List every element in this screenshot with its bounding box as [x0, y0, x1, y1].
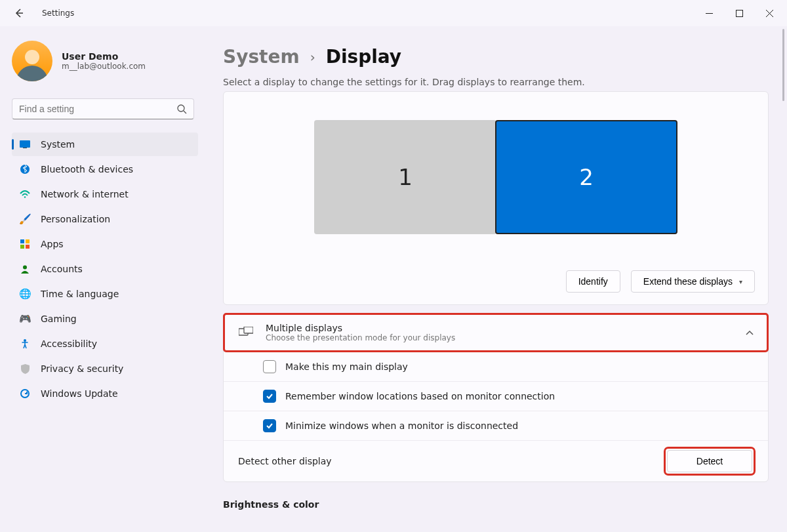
row-label: Make this my main display	[285, 361, 754, 372]
search-icon	[176, 104, 187, 114]
sidebar-item-windows-update[interactable]: Windows Update	[12, 382, 198, 405]
user-block[interactable]: User Demo m__lab@outlook.com	[12, 41, 198, 81]
scrollbar-thumb[interactable]	[782, 29, 784, 101]
main-content: System › Display Select a display to cha…	[203, 26, 787, 532]
row-main-display[interactable]: Make this my main display	[224, 352, 768, 381]
multi-display-icon	[238, 325, 254, 340]
minimize-icon	[706, 10, 713, 17]
sidebar-item-system[interactable]: System	[12, 133, 198, 156]
sidebar-item-label: Privacy & security	[41, 363, 123, 374]
brush-icon: 🖌️	[20, 214, 30, 224]
row-label: Minimize windows when a monitor is disco…	[285, 420, 754, 431]
card-title: Multiple displays	[266, 323, 734, 333]
identify-button[interactable]: Identify	[566, 270, 620, 293]
sidebar-item-label: Gaming	[41, 314, 77, 324]
svg-line-5	[184, 111, 186, 113]
svg-rect-1	[736, 10, 742, 16]
checkbox-main-display[interactable]	[263, 360, 276, 373]
sidebar-item-bluetooth[interactable]: Bluetooth & devices	[12, 157, 198, 181]
back-button[interactable]	[13, 7, 25, 19]
sidebar-item-label: Bluetooth & devices	[41, 164, 133, 174]
breadcrumb: System › Display	[223, 46, 769, 68]
system-icon	[20, 139, 30, 150]
brightness-color-heading: Brightness & color	[223, 499, 769, 510]
sidebar-item-privacy[interactable]: Privacy & security	[12, 357, 198, 380]
svg-rect-13	[26, 245, 30, 249]
search-box[interactable]	[12, 98, 194, 119]
sidebar-item-network[interactable]: Network & internet	[12, 182, 198, 206]
accessibility-icon	[20, 338, 30, 349]
row-label: Detect other display	[238, 456, 656, 466]
svg-rect-12	[20, 245, 24, 249]
row-label: Remember window locations based on monit…	[285, 391, 754, 401]
app-title: Settings	[42, 9, 74, 18]
multiple-displays-header[interactable]: Multiple displays Choose the presentatio…	[224, 314, 768, 352]
sidebar-item-label: Time & language	[41, 289, 119, 299]
user-email: m__lab@outlook.com	[62, 62, 146, 71]
svg-rect-7	[23, 148, 27, 148]
svg-rect-6	[20, 140, 30, 148]
helper-text: Select a display to change the settings …	[223, 77, 769, 87]
display-2[interactable]: 2	[495, 120, 677, 234]
extend-displays-dropdown[interactable]: Extend these displays ▾	[631, 270, 755, 293]
avatar	[12, 41, 52, 81]
row-detect-other: Detect other display Detect	[224, 440, 768, 481]
sidebar-item-gaming[interactable]: 🎮 Gaming	[12, 307, 198, 331]
sidebar-item-label: Windows Update	[41, 388, 118, 399]
shield-icon	[20, 363, 30, 374]
card-subtitle: Choose the presentation mode for your di…	[266, 333, 734, 342]
title-bar: Settings	[0, 0, 787, 26]
search-input[interactable]	[19, 104, 176, 114]
close-icon	[766, 10, 773, 17]
sidebar-item-label: Network & internet	[41, 189, 129, 199]
close-button[interactable]	[754, 3, 784, 23]
svg-rect-10	[20, 239, 24, 243]
svg-point-4	[178, 105, 184, 112]
apps-icon	[20, 239, 30, 249]
breadcrumb-parent[interactable]: System	[223, 46, 300, 68]
sidebar-item-label: Accessibility	[41, 338, 97, 349]
globe-icon: 🌐	[20, 289, 30, 299]
minimize-button[interactable]	[694, 3, 724, 23]
maximize-icon	[736, 10, 743, 17]
sidebar-item-accessibility[interactable]: Accessibility	[12, 332, 198, 356]
gaming-icon: 🎮	[20, 314, 30, 324]
chevron-up-icon	[746, 330, 754, 335]
sidebar-item-time-language[interactable]: 🌐 Time & language	[12, 282, 198, 306]
multiple-displays-card: Multiple displays Choose the presentatio…	[223, 313, 769, 482]
checkbox-minimize[interactable]	[263, 419, 276, 432]
display-1[interactable]: 1	[314, 120, 496, 234]
svg-point-14	[23, 266, 27, 270]
svg-point-9	[24, 196, 26, 197]
user-name: User Demo	[62, 51, 146, 62]
checkbox-remember[interactable]	[263, 390, 276, 403]
nav-list: System Bluetooth & devices Network & int…	[12, 133, 198, 405]
maximize-button[interactable]	[724, 3, 754, 23]
page-title: Display	[326, 46, 401, 68]
sidebar-item-apps[interactable]: Apps	[12, 232, 198, 256]
bluetooth-icon	[20, 164, 30, 174]
detect-highlight: Detect	[666, 449, 754, 474]
sidebar-item-label: System	[41, 139, 75, 150]
detect-button[interactable]: Detect	[667, 450, 752, 472]
sidebar-item-personalization[interactable]: 🖌️ Personalization	[12, 207, 198, 231]
sidebar-item-label: Apps	[41, 239, 64, 249]
display-arrange-panel: 1 2 Identify Extend these displays ▾	[223, 91, 769, 305]
sidebar: User Demo m__lab@outlook.com System Blue…	[0, 26, 203, 532]
chevron-right-icon: ›	[310, 49, 315, 65]
sidebar-item-label: Personalization	[41, 214, 110, 224]
update-icon	[20, 388, 30, 399]
wifi-icon	[20, 189, 30, 199]
sidebar-item-accounts[interactable]: Accounts	[12, 257, 198, 281]
display-canvas[interactable]: 1 2	[224, 92, 768, 262]
svg-rect-11	[26, 239, 30, 243]
person-icon	[20, 264, 30, 274]
sidebar-item-label: Accounts	[41, 264, 83, 274]
row-remember-locations[interactable]: Remember window locations based on monit…	[224, 381, 768, 411]
chevron-down-icon: ▾	[739, 278, 742, 285]
arrow-left-icon	[14, 8, 24, 18]
svg-rect-18	[244, 327, 253, 333]
row-minimize-disconnected[interactable]: Minimize windows when a monitor is disco…	[224, 411, 768, 440]
